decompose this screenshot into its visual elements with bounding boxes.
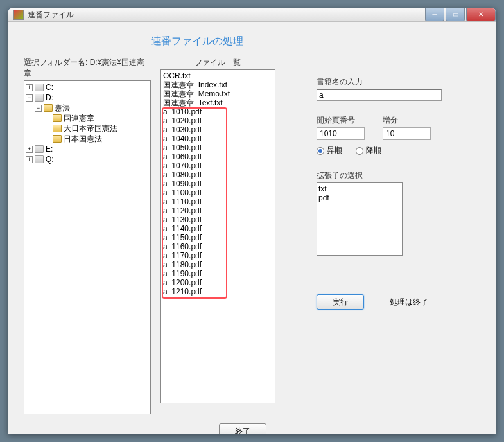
maximize-button[interactable]: ▭ <box>446 8 465 21</box>
page-heading: 連番ファイルの処理 <box>133 35 261 48</box>
file-item[interactable]: a_1200.pdf <box>162 278 274 287</box>
file-item[interactable]: a_1110.pdf <box>162 197 274 206</box>
expand-icon[interactable]: + <box>26 156 33 163</box>
folder-nippon[interactable]: 日本国憲法 <box>26 134 149 144</box>
file-list[interactable]: OCR.txt国連憲章_Index.txt国連憲章_Memo.txt国連憲章_T… <box>160 69 275 403</box>
folder-icon <box>53 125 62 132</box>
folder-icon <box>44 104 53 112</box>
extension-item[interactable]: pdf <box>318 193 401 202</box>
file-item[interactable]: 国連憲章_Text.txt <box>162 98 274 107</box>
file-item[interactable]: a_1020.pdf <box>162 116 274 125</box>
drive-label: Q: <box>46 154 54 164</box>
radio-icon <box>317 147 324 155</box>
file-item[interactable]: a_1080.pdf <box>162 170 274 179</box>
drive-d[interactable]: − D: <box>26 93 149 103</box>
folder-path-label: 選択フォルダー名: D:¥憲法¥国連憲章 <box>24 57 151 79</box>
folder-label: 国連憲章 <box>64 113 94 123</box>
file-list-label: ファイル一覧 <box>160 57 275 68</box>
start-page-label: 開始頁番号 <box>317 115 365 126</box>
drive-icon <box>35 94 44 102</box>
file-item[interactable]: OCR.txt <box>162 71 274 80</box>
exit-button[interactable]: 終了 <box>219 423 266 434</box>
file-item[interactable]: 国連憲章_Index.txt <box>162 80 274 89</box>
folder-label: 憲法 <box>55 103 70 113</box>
file-item[interactable]: a_1130.pdf <box>162 215 274 224</box>
folder-icon <box>53 135 62 143</box>
folder-kenpou[interactable]: − 憲法 <box>26 103 149 113</box>
minimize-button[interactable]: ─ <box>425 8 444 21</box>
drive-label: C: <box>46 82 53 93</box>
file-item[interactable]: a_1070.pdf <box>162 161 274 170</box>
expand-icon[interactable]: + <box>26 84 33 91</box>
drive-c[interactable]: + C: <box>26 82 149 93</box>
folder-kokuren[interactable]: 国連憲章 <box>26 113 149 123</box>
drive-icon <box>35 155 44 163</box>
extension-listbox[interactable]: txtpdf <box>317 182 403 256</box>
folder-label: 日本国憲法 <box>64 134 102 144</box>
content-area: 連番ファイルの処理 選択フォルダー名: D:¥憲法¥国連憲章 + C: − D: <box>8 22 496 434</box>
execute-button[interactable]: 実行 <box>317 294 364 310</box>
file-item[interactable]: a_1090.pdf <box>162 179 274 188</box>
close-button[interactable]: ✕ <box>466 8 496 21</box>
window-title: 連番ファイル <box>28 10 425 21</box>
folder-icon <box>53 114 62 122</box>
drive-icon <box>35 145 44 153</box>
file-item[interactable]: a_1010.pdf <box>162 107 274 116</box>
file-item[interactable]: a_1190.pdf <box>162 269 274 278</box>
increment-input[interactable] <box>383 127 431 140</box>
file-item[interactable]: a_1100.pdf <box>162 188 274 197</box>
collapse-icon[interactable]: − <box>26 94 33 102</box>
titlebar: 連番ファイル ─ ▭ ✕ <box>8 8 496 22</box>
file-item[interactable]: 国連憲章_Memo.txt <box>162 89 274 98</box>
extension-label: 拡張子の選択 <box>317 170 480 181</box>
drive-icon <box>35 84 44 91</box>
window-controls: ─ ▭ ✕ <box>425 8 496 21</box>
folder-dainippon[interactable]: 大日本帝国憲法 <box>26 123 149 134</box>
drive-q[interactable]: + Q: <box>26 154 149 164</box>
file-item[interactable]: a_1210.pdf <box>162 287 274 296</box>
file-item[interactable]: a_1120.pdf <box>162 206 274 215</box>
file-item[interactable]: a_1030.pdf <box>162 125 274 134</box>
expand-icon[interactable]: + <box>26 146 33 153</box>
extension-item[interactable]: txt <box>318 184 401 193</box>
folder-label: 大日本帝国憲法 <box>64 123 117 134</box>
collapse-icon[interactable]: − <box>35 105 42 112</box>
file-item[interactable]: a_1140.pdf <box>162 224 274 233</box>
increment-label: 増分 <box>383 115 431 126</box>
start-page-input[interactable] <box>317 127 365 140</box>
drive-label: D: <box>46 93 53 103</box>
status-text: 処理は終了 <box>390 297 428 308</box>
radio-icon <box>356 147 363 155</box>
folder-tree[interactable]: + C: − D: − 憲法 <box>24 80 151 414</box>
drive-label: E: <box>46 144 53 154</box>
file-item[interactable]: a_1150.pdf <box>162 233 274 242</box>
file-item[interactable]: a_1040.pdf <box>162 134 274 143</box>
sort-desc-radio[interactable]: 降順 <box>356 146 381 155</box>
file-item[interactable]: a_1160.pdf <box>162 242 274 251</box>
bookname-input[interactable] <box>317 89 442 101</box>
file-item[interactable]: a_1060.pdf <box>162 152 274 161</box>
bookname-label: 書籍名の入力 <box>317 76 480 87</box>
drive-e[interactable]: + E: <box>26 144 149 154</box>
app-window: 連番ファイル ─ ▭ ✕ 連番ファイルの処理 選択フォルダー名: D:¥憲法¥国… <box>8 8 496 434</box>
file-item[interactable]: a_1170.pdf <box>162 251 274 260</box>
sort-asc-radio[interactable]: 昇順 <box>317 146 342 155</box>
app-icon <box>13 10 24 20</box>
file-item[interactable]: a_1050.pdf <box>162 143 274 152</box>
file-item[interactable]: a_1180.pdf <box>162 260 274 269</box>
